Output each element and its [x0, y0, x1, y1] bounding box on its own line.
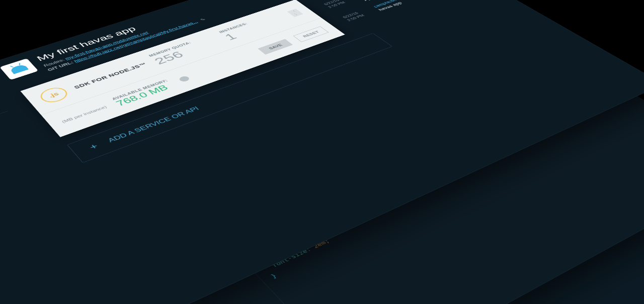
plus-icon: +	[86, 142, 103, 152]
pencil-icon[interactable]: ✎	[199, 18, 207, 22]
main-panel: My first havas app Routes: my-first-hava…	[0, 0, 524, 175]
per-instance-label: (MB per instance)	[61, 105, 108, 124]
stepper[interactable]: 〈 〉	[287, 9, 303, 17]
android-icon	[9, 64, 29, 74]
info-icon[interactable]	[178, 75, 191, 82]
app-icon	[0, 58, 38, 80]
sidebar-section-header: SERVICES	[0, 106, 8, 147]
reset-button[interactable]: RESET	[293, 26, 329, 42]
save-button[interactable]: SAVE	[258, 39, 293, 54]
nodejs-icon: .js	[37, 85, 71, 106]
